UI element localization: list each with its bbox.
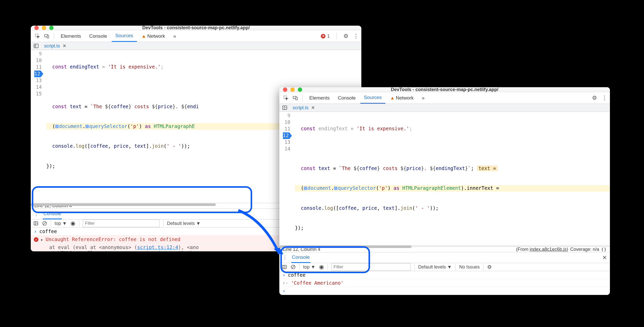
window-maximize-button[interactable] [49, 26, 54, 30]
expand-icon[interactable]: ▶ [41, 238, 43, 242]
file-tab-bar: script.ts ✕ [31, 42, 361, 50]
sourcemap-from: (From index.a8c1ec6b.js) [516, 247, 568, 252]
svg-line-17 [292, 266, 294, 268]
log-levels-selector[interactable]: Default levels ▼ [167, 221, 201, 226]
scroll-thumb[interactable] [279, 245, 412, 248]
window-minimize-button[interactable] [42, 26, 46, 30]
error-message: Uncaught ReferenceError: coffee is not d… [46, 236, 180, 242]
svg-rect-11 [296, 97, 297, 100]
drawer-tab-console[interactable]: Console [291, 252, 310, 263]
stack-link[interactable]: script.ts:12:4 [137, 244, 178, 250]
line-number: 13 [283, 139, 290, 146]
clear-console-icon[interactable] [291, 264, 296, 270]
error-count: 1 [327, 33, 330, 39]
tab-elements[interactable]: Elements [57, 31, 85, 42]
more-menu-icon[interactable]: ⋮ [602, 95, 607, 101]
tab-sources[interactable]: Sources [360, 92, 385, 104]
more-menu-icon[interactable]: ⋮ [353, 33, 359, 39]
window-title: DevTools - consistent-source-map-pc.netl… [279, 87, 610, 92]
line-gutter[interactable]: 9 10 11 12 13 14 [279, 112, 293, 245]
drawer-menu-icon[interactable]: ⋮ [282, 255, 287, 261]
window-close-button[interactable] [34, 26, 39, 30]
file-tab-script[interactable]: script.ts ✕ [291, 104, 316, 112]
file-tab-label: script.ts [44, 43, 60, 49]
console-drawer-header: ⋮ Console ✕ [279, 252, 610, 263]
close-tab-icon[interactable]: ✕ [63, 43, 66, 49]
drawer-tab-console[interactable]: Console [43, 209, 62, 219]
context-label: top [303, 264, 310, 270]
navigator-toggle-icon[interactable] [281, 104, 289, 112]
log-levels-selector[interactable]: Default levels ▼ [418, 264, 452, 270]
horizontal-scrollbar[interactable] [279, 245, 610, 246]
error-badge[interactable]: ✕1 [321, 33, 330, 39]
issues-label[interactable]: No Issues [459, 264, 480, 270]
main-toolbar: Elements Console Sources ▲Network » ✕1 ⚙… [31, 30, 361, 42]
line-number: 9 [283, 112, 290, 119]
window-close-button[interactable] [283, 87, 287, 92]
context-selector[interactable]: top ▼ [55, 221, 67, 226]
tab-console[interactable]: Console [86, 31, 111, 42]
line-gutter[interactable]: 9 10 11 12 13 14 15 [31, 50, 44, 203]
breakpoint-marker[interactable]: 12 [34, 71, 43, 77]
error-icon: ✕ [34, 237, 38, 242]
pretty-print-icon[interactable] [601, 247, 606, 252]
code-area[interactable]: const endingText = 'It is expensive.'; c… [293, 112, 610, 245]
svg-line-8 [43, 222, 46, 225]
drawer-close-icon[interactable]: ✕ [602, 254, 607, 261]
tab-network-label: Network [396, 95, 414, 101]
console-result-text: 'Coffee Americano' [291, 280, 344, 286]
file-tab-script[interactable]: script.ts ✕ [43, 42, 68, 50]
settings-icon[interactable]: ⚙ [343, 33, 349, 39]
return-icon: ‹· [282, 280, 288, 286]
context-label: top [55, 221, 61, 226]
console-sidebar-toggle-icon[interactable] [282, 264, 287, 270]
console-toolbar: top ▼ ◉ Default levels ▼ No Issues ⚙ [279, 263, 610, 271]
file-tab-label: script.ts [293, 105, 309, 111]
inspect-icon[interactable] [33, 32, 42, 40]
device-toggle-icon[interactable] [291, 94, 299, 102]
console-filter-input[interactable] [331, 263, 411, 271]
titlebar[interactable]: DevTools - consistent-source-map-pc.netl… [31, 26, 361, 30]
live-expression-icon[interactable]: ◉ [70, 220, 75, 227]
scroll-thumb[interactable] [31, 203, 216, 206]
tab-console[interactable]: Console [334, 93, 359, 103]
tab-network[interactable]: ▲Network [138, 31, 169, 42]
line-number: 14 [283, 146, 290, 152]
tabs-overflow[interactable]: » [418, 93, 428, 103]
source-editor[interactable]: 9 10 11 12 13 14 const endingText = 'It … [279, 112, 610, 245]
traffic-lights [283, 87, 302, 92]
console-result-row: ‹· 'Coffee Americano' [279, 279, 610, 287]
inspect-icon[interactable] [282, 94, 290, 102]
navigator-toggle-icon[interactable] [32, 42, 40, 50]
console-sidebar-toggle-icon[interactable] [33, 221, 38, 226]
drawer-menu-icon[interactable]: ⋮ [34, 211, 39, 217]
svg-rect-2 [47, 35, 49, 38]
stack-frame: at HTMLButtonElement.<anonymous> (script… [49, 250, 199, 251]
console-prompt-row[interactable]: › [279, 287, 610, 295]
traffic-lights [34, 26, 54, 30]
tab-sources[interactable]: Sources [112, 30, 137, 42]
clear-console-icon[interactable] [42, 221, 47, 226]
close-tab-icon[interactable]: ✕ [311, 105, 315, 111]
breakpoint-marker[interactable]: 12 [283, 132, 292, 139]
line-number: 10 [283, 119, 290, 126]
stack-link[interactable]: script.ts:12:4 [149, 250, 190, 251]
live-expression-icon[interactable]: ◉ [319, 264, 324, 270]
tab-elements[interactable]: Elements [306, 93, 333, 103]
devtools-window-after: DevTools - consistent-source-map-pc.netl… [279, 87, 610, 295]
coverage-status: Coverage: n/a [570, 247, 599, 252]
console-settings-icon[interactable]: ⚙ [487, 264, 492, 270]
window-minimize-button[interactable] [290, 87, 295, 92]
settings-icon[interactable]: ⚙ [592, 95, 597, 101]
warning-icon: ▲ [141, 33, 146, 39]
tabs-overflow[interactable]: » [170, 31, 180, 42]
titlebar[interactable]: DevTools - consistent-source-map-pc.netl… [279, 87, 610, 92]
context-selector[interactable]: top ▼ [303, 264, 315, 270]
console-output: › coffee ‹· 'Coffee Americano' › [279, 271, 610, 295]
sourcemap-link[interactable]: index.a8c1ec6b.js [530, 247, 567, 252]
window-maximize-button[interactable] [298, 87, 302, 92]
device-toggle-icon[interactable] [43, 32, 51, 40]
tab-network[interactable]: ▲Network [386, 93, 417, 103]
console-filter-input[interactable] [83, 220, 160, 227]
line-number: 13 [34, 77, 42, 84]
